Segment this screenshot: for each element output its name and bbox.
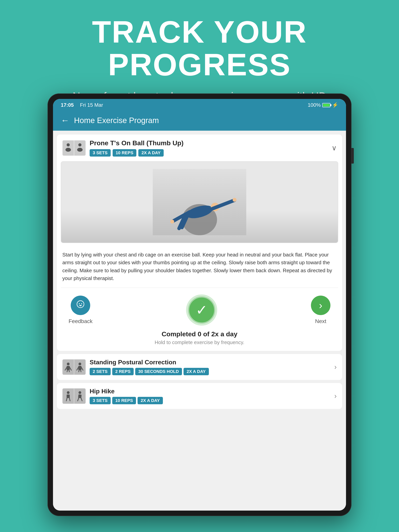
- svg-line-33: [66, 398, 67, 401]
- complete-circle: ✓: [188, 296, 215, 324]
- svg-point-31: [67, 391, 70, 394]
- svg-point-13: [233, 198, 237, 202]
- tag-frequency: 2X A DAY: [138, 149, 164, 157]
- main-title: TRACK YOUR PROGRESS: [16, 16, 383, 81]
- list-thumb-half-1a: [63, 360, 74, 374]
- status-bar: 17:05 Fri 15 Mar 100% ⚡: [53, 99, 346, 110]
- complete-button[interactable]: ✓: [188, 296, 215, 324]
- completed-text: Completed 0 of 2x a day: [61, 330, 338, 338]
- next-circle: ›: [311, 296, 330, 315]
- svg-line-28: [81, 367, 83, 370]
- exercise-figure: [61, 162, 338, 243]
- next-icon: ›: [319, 299, 322, 311]
- battery-fill: [323, 104, 330, 107]
- feedback-icon: [75, 299, 85, 311]
- action-row: Feedback ✓ › Next: [57, 288, 342, 328]
- list-item-2[interactable]: Hip Hike 3 SETS 10 REPS 2X A DAY ›: [57, 383, 342, 409]
- tag-reps-1: 2 REPS: [112, 368, 134, 375]
- check-icon: ✓: [196, 302, 207, 318]
- svg-point-2: [78, 143, 81, 146]
- exercise-card: Prone T's On Ball (Thumb Up) 3 SETS 10 R…: [57, 134, 342, 351]
- next-label: Next: [315, 318, 326, 324]
- svg-line-27: [77, 367, 78, 370]
- content-area[interactable]: Prone T's On Ball (Thumb Up) 3 SETS 10 R…: [53, 131, 346, 511]
- svg-rect-36: [78, 394, 82, 398]
- completion-info: Completed 0 of 2x a day Hold to complete…: [57, 328, 342, 351]
- tablet-screen: 17:05 Fri 15 Mar 100% ⚡ ← Home Exercise …: [53, 99, 346, 511]
- list-chevron-1: ›: [334, 363, 337, 371]
- video-area[interactable]: [61, 161, 338, 243]
- tag-hold-1: 30 SECONDS HOLD: [135, 368, 182, 375]
- tablet-wrapper: 17:05 Fri 15 Mar 100% ⚡ ← Home Exercise …: [48, 94, 351, 516]
- exercise-header: Prone T's On Ball (Thumb Up) 3 SETS 10 R…: [57, 134, 342, 161]
- svg-line-38: [81, 398, 82, 401]
- svg-line-24: [69, 370, 69, 372]
- tag-sets-1: 2 SETS: [90, 368, 111, 375]
- svg-line-34: [69, 398, 70, 401]
- list-name-1: Standing Postural Correction: [90, 359, 330, 366]
- app-header-title: Home Exercise Program: [74, 116, 159, 125]
- svg-line-22: [70, 367, 71, 370]
- svg-rect-26: [78, 366, 81, 370]
- list-info-2: Hip Hike 3 SETS 10 REPS 2X A DAY: [90, 388, 330, 404]
- tag-sets-2: 3 SETS: [90, 397, 111, 404]
- list-info-1: Standing Postural Correction 2 SETS 2 RE…: [90, 359, 330, 375]
- svg-point-35: [78, 391, 81, 394]
- list-tags-2: 3 SETS 10 REPS 2X A DAY: [90, 397, 330, 404]
- list-item-1[interactable]: Standing Postural Correction 2 SETS 2 RE…: [57, 354, 342, 380]
- charging-icon: ⚡: [332, 102, 338, 108]
- svg-rect-20: [67, 366, 70, 370]
- exercise-tags: 3 SETS 10 REPS 2X A DAY: [90, 149, 328, 157]
- tag-freq-1: 2X A DAY: [184, 368, 209, 375]
- svg-point-1: [65, 148, 71, 152]
- svg-point-0: [67, 143, 70, 146]
- back-button[interactable]: ←: [61, 115, 69, 125]
- svg-line-21: [65, 367, 67, 370]
- hold-text: Hold to complete exercise by frequency.: [61, 339, 338, 345]
- svg-line-29: [79, 370, 79, 372]
- exercise-name: Prone T's On Ball (Thumb Up): [90, 139, 328, 147]
- app-header: ← Home Exercise Program: [53, 110, 346, 131]
- svg-point-14: [170, 220, 174, 223]
- tag-reps: 10 REPS: [113, 149, 137, 157]
- list-thumb-1: [62, 359, 86, 375]
- list-thumb-2: [62, 388, 86, 404]
- svg-line-30: [81, 370, 81, 372]
- feedback-circle: [71, 296, 90, 315]
- next-button[interactable]: › Next: [311, 296, 330, 324]
- expand-icon[interactable]: ∨: [332, 144, 337, 152]
- svg-point-17: [81, 303, 82, 304]
- list-thumb-half-1b: [74, 360, 85, 374]
- svg-point-3: [77, 148, 83, 152]
- list-thumb-half-2a: [63, 389, 74, 404]
- list-name-2: Hip Hike: [90, 388, 330, 395]
- list-tags-1: 2 SETS 2 REPS 30 SECONDS HOLD 2X A DAY: [90, 368, 330, 375]
- svg-point-16: [79, 303, 80, 304]
- feedback-button[interactable]: Feedback: [69, 296, 93, 324]
- feedback-label: Feedback: [69, 318, 93, 324]
- exercise-thumbnail: [62, 140, 86, 156]
- svg-line-23: [67, 370, 67, 372]
- status-right: 100% ⚡: [308, 102, 338, 108]
- exercise-info: Prone T's On Ball (Thumb Up) 3 SETS 10 R…: [90, 139, 328, 157]
- svg-line-37: [77, 398, 79, 401]
- thumb-left: [63, 141, 74, 155]
- svg-point-25: [78, 363, 81, 365]
- svg-point-19: [67, 363, 70, 365]
- list-chevron-2: ›: [334, 392, 337, 400]
- list-thumb-half-2b: [74, 389, 85, 404]
- battery-percent: 100%: [308, 102, 321, 108]
- tablet-outer: 17:05 Fri 15 Mar 100% ⚡ ← Home Exercise …: [48, 94, 351, 516]
- exercise-description: Start by lying with your chest and rib c…: [57, 247, 342, 288]
- status-left: 17:05 Fri 15 Mar: [61, 102, 103, 108]
- thumb-right: [74, 141, 85, 155]
- svg-point-15: [77, 301, 84, 308]
- status-time: 17:05: [61, 102, 74, 108]
- status-date: Fri 15 Mar: [80, 102, 103, 108]
- battery-icon: [322, 103, 330, 107]
- tag-sets: 3 SETS: [90, 149, 111, 157]
- tag-freq-2: 2X A DAY: [138, 397, 163, 404]
- svg-rect-32: [67, 394, 70, 398]
- tag-reps-2: 10 REPS: [112, 397, 136, 404]
